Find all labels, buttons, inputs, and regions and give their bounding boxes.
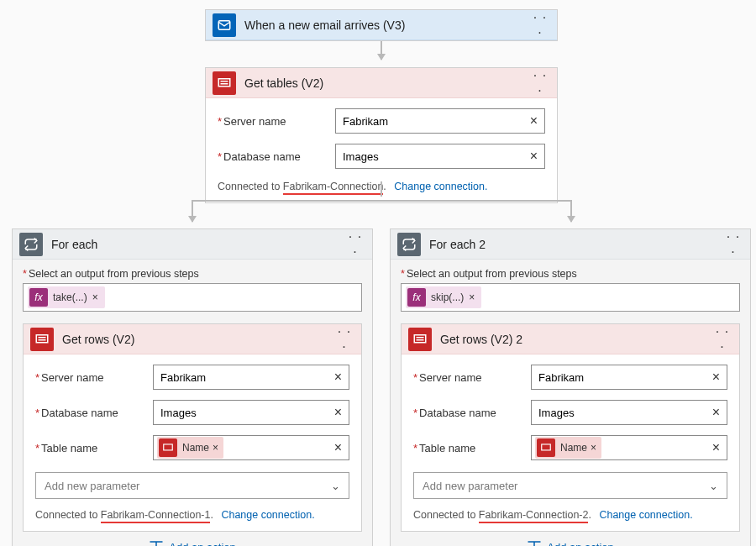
sql-icon — [159, 438, 177, 457]
database-name-input[interactable]: Images× — [335, 144, 545, 169]
fx-icon: fx — [29, 288, 48, 307]
clear-icon[interactable]: × — [530, 149, 538, 164]
server-name-label: *Server name — [35, 371, 153, 384]
more-menu-button[interactable]: · · · — [530, 68, 550, 98]
server-name-label: *Server name — [413, 371, 531, 384]
table-name-label: *Table name — [413, 442, 531, 454]
add-parameter-select[interactable]: Add new parameter ⌄ — [413, 472, 727, 499]
loop-icon — [397, 233, 421, 256]
select-output-input[interactable]: fx take(...) × — [23, 283, 362, 312]
sql-icon — [408, 328, 432, 351]
for-each-title: For each — [51, 238, 345, 251]
sql-icon — [213, 71, 236, 95]
server-name-label: *Server name — [218, 115, 335, 128]
change-connection-link[interactable]: Change connection. — [599, 509, 692, 521]
clear-icon[interactable]: × — [712, 440, 720, 455]
server-name-input[interactable]: Fabrikam× — [531, 365, 727, 390]
database-name-label: *Database name — [218, 150, 335, 163]
server-name-input[interactable]: Fabrikam× — [335, 108, 545, 134]
remove-token-icon[interactable]: × — [591, 442, 596, 454]
svg-rect-4 — [36, 334, 48, 342]
arrow-right — [570, 200, 572, 222]
clear-icon[interactable]: × — [334, 405, 342, 420]
table-name-label: *Table name — [35, 442, 153, 454]
arrow-1 — [381, 41, 382, 60]
select-output-input[interactable]: fx skip(...) × — [401, 283, 740, 312]
svg-rect-1 — [218, 78, 230, 86]
svg-rect-5 — [39, 337, 46, 339]
for-each-2-title: For each 2 — [429, 238, 723, 251]
fx-token[interactable]: fx take(...) × — [28, 286, 105, 308]
clear-icon[interactable]: × — [334, 370, 342, 385]
table-token[interactable]: Name × — [535, 437, 601, 459]
for-each-header[interactable]: For each · · · — [13, 229, 372, 260]
database-name-input[interactable]: Images× — [531, 400, 727, 425]
table-name-input[interactable]: Name × × — [531, 435, 727, 460]
fx-token[interactable]: fx skip(...) × — [406, 286, 481, 308]
clear-icon[interactable]: × — [530, 113, 538, 129]
select-output-label: *Select an output from previous steps — [401, 268, 740, 280]
arrow-left — [192, 200, 193, 222]
arrow-hline — [192, 200, 571, 202]
sql-icon — [30, 328, 54, 351]
clear-icon[interactable]: × — [334, 440, 342, 455]
change-connection-link[interactable]: Change connection. — [394, 181, 487, 192]
add-parameter-select[interactable]: Add new parameter ⌄ — [35, 472, 349, 499]
sql-icon — [537, 438, 555, 457]
server-name-input[interactable]: Fabrikam× — [153, 365, 349, 390]
svg-rect-9 — [417, 337, 424, 339]
more-menu-button[interactable]: · · · — [530, 10, 550, 40]
get-tables-title: Get tables (V2) — [244, 76, 530, 90]
get-rows-header[interactable]: Get rows (V2) · · · — [24, 324, 361, 354]
insert-icon — [527, 540, 542, 546]
arrow-stem — [381, 181, 382, 197]
svg-rect-10 — [417, 339, 424, 341]
clear-icon[interactable]: × — [712, 370, 720, 385]
connection-status: Connected to Fabrikam-Connection-1. Chan… — [24, 502, 361, 531]
more-menu-button[interactable]: · · · — [712, 324, 732, 354]
get-rows-2-title: Get rows (V2) 2 — [440, 333, 712, 346]
svg-rect-7 — [164, 444, 173, 450]
chevron-down-icon: ⌄ — [331, 480, 340, 492]
change-connection-link[interactable]: Change connection. — [221, 509, 314, 521]
chevron-down-icon: ⌄ — [709, 480, 718, 492]
get-rows-title: Get rows (V2) — [62, 333, 334, 346]
fx-icon: fx — [407, 288, 426, 307]
svg-rect-11 — [542, 444, 551, 450]
insert-icon — [149, 540, 164, 546]
svg-rect-8 — [414, 334, 426, 342]
svg-rect-2 — [221, 81, 228, 82]
outlook-icon — [213, 13, 236, 37]
connection-status: Connected to Fabrikam-Connection-2. Chan… — [402, 502, 739, 531]
database-name-label: *Database name — [35, 407, 153, 419]
add-action-button[interactable]: Add an action — [23, 532, 362, 546]
more-menu-button[interactable]: · · · — [345, 229, 365, 260]
database-name-input[interactable]: Images× — [153, 400, 349, 425]
clear-icon[interactable]: × — [712, 405, 720, 420]
svg-rect-3 — [221, 83, 228, 85]
more-menu-button[interactable]: · · · — [334, 324, 354, 354]
trigger-title: When a new email arrives (V3) — [244, 18, 530, 32]
database-name-label: *Database name — [413, 407, 531, 419]
trigger-header[interactable]: When a new email arrives (V3) · · · — [206, 10, 557, 40]
more-menu-button[interactable]: · · · — [723, 229, 743, 260]
svg-rect-6 — [39, 339, 46, 341]
for-each-2-header[interactable]: For each 2 · · · — [391, 229, 750, 260]
table-name-input[interactable]: Name × × — [153, 435, 349, 460]
select-output-label: *Select an output from previous steps — [23, 268, 362, 280]
remove-token-icon[interactable]: × — [469, 291, 475, 303]
remove-token-icon[interactable]: × — [213, 442, 218, 454]
get-rows-2-header[interactable]: Get rows (V2) 2 · · · — [402, 324, 739, 354]
remove-token-icon[interactable]: × — [92, 291, 98, 303]
table-token[interactable]: Name × — [157, 437, 223, 459]
get-tables-header[interactable]: Get tables (V2) · · · — [206, 68, 557, 98]
loop-icon — [19, 233, 43, 256]
add-action-button[interactable]: Add an action — [401, 532, 740, 546]
